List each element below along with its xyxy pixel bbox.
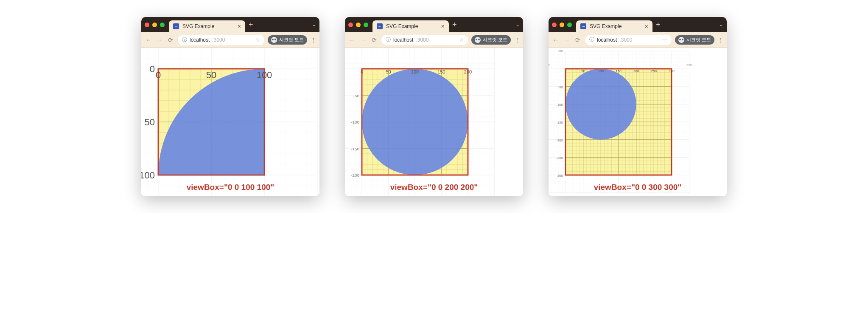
svg-viewbox-demo-1: -50050100150200-50-50-100-150-200 xyxy=(345,48,523,196)
minimize-window-icon[interactable] xyxy=(356,23,361,27)
forward-button[interactable]: → xyxy=(563,36,571,43)
svg-text:-100: -100 xyxy=(556,103,563,107)
incognito-badge[interactable]: 시크릿 모드 xyxy=(471,35,511,45)
svg-text:200: 200 xyxy=(633,69,639,73)
page-content: -50050100150200-50-50-100-150-200 viewBo… xyxy=(345,48,523,196)
svg-text:150: 150 xyxy=(437,69,445,74)
svg-point-228 xyxy=(362,69,468,175)
tab-title: SVG Example xyxy=(386,23,438,29)
viewbox-caption: viewBox="0 0 100 100" xyxy=(141,183,319,192)
url-port: :3000 xyxy=(416,37,428,43)
tabs-dropdown-icon[interactable]: ⌄ xyxy=(312,22,316,28)
svg-text:150: 150 xyxy=(616,69,622,73)
incognito-label: 시크릿 모드 xyxy=(279,37,304,43)
svg-text:-150: -150 xyxy=(351,147,359,151)
url-host: localhost xyxy=(597,37,617,43)
svg-viewbox-demo-0: 050100050100 xyxy=(141,48,319,196)
back-button[interactable]: ← xyxy=(145,36,152,43)
favicon-icon: ∞ xyxy=(377,23,383,29)
site-info-icon[interactable]: ⓘ xyxy=(182,36,187,43)
viewbox-caption: viewBox="0 0 200 200" xyxy=(345,183,523,192)
url-host: localhost xyxy=(393,37,413,43)
url-input[interactable]: ⓘ localhost:3000 ☆ xyxy=(381,35,468,45)
tab-title: SVG Example xyxy=(182,23,234,29)
tabs-dropdown-icon[interactable]: ⌄ xyxy=(515,22,520,28)
menu-button[interactable]: ⋮ xyxy=(718,37,723,43)
forward-button[interactable]: → xyxy=(359,36,367,43)
traffic-lights xyxy=(552,23,572,27)
bookmark-icon[interactable]: ☆ xyxy=(255,37,260,43)
url-host: localhost xyxy=(190,37,210,43)
minimize-window-icon[interactable] xyxy=(560,23,564,27)
svg-text:-150: -150 xyxy=(556,121,563,124)
favicon-icon: ∞ xyxy=(580,23,586,29)
new-tab-button[interactable]: + xyxy=(656,21,661,28)
site-info-icon[interactable]: ⓘ xyxy=(386,36,391,43)
svg-text:50: 50 xyxy=(581,69,585,73)
maximize-window-icon[interactable] xyxy=(567,23,572,27)
svg-rect-55 xyxy=(264,69,319,175)
browser-tab[interactable]: ∞ SVG Example × xyxy=(169,20,245,32)
svg-text:50: 50 xyxy=(145,117,155,127)
svg-rect-344 xyxy=(672,69,727,175)
site-info-icon[interactable]: ⓘ xyxy=(589,36,594,43)
incognito-label: 시크릿 모드 xyxy=(483,37,507,43)
tab-bar: ∞ SVG Example × + ⌄ xyxy=(345,17,523,32)
svg-text:-50: -50 xyxy=(558,85,563,89)
svg-text:250: 250 xyxy=(651,69,657,73)
svg-text:-50: -50 xyxy=(353,93,360,98)
close-window-icon[interactable] xyxy=(145,23,149,27)
bookmark-icon[interactable]: ☆ xyxy=(459,37,464,43)
browser-window-2: ∞ SVG Example × + ⌄ ← → ⟳ ⓘ localhost:30… xyxy=(345,17,523,196)
svg-text:100: 100 xyxy=(598,69,604,73)
minimize-window-icon[interactable] xyxy=(152,23,157,27)
incognito-icon xyxy=(475,37,481,43)
traffic-lights xyxy=(348,23,368,27)
new-tab-button[interactable]: + xyxy=(249,21,253,28)
forward-button[interactable]: → xyxy=(156,36,163,43)
maximize-window-icon[interactable] xyxy=(364,23,368,27)
browser-window-3: ∞ SVG Example × + ⌄ ← → ⟳ ⓘ localhost:30… xyxy=(549,17,727,196)
incognito-badge[interactable]: 시크릿 모드 xyxy=(675,35,714,45)
address-bar: ← → ⟳ ⓘ localhost:3000 ☆ 시크릿 모드 ⋮ xyxy=(345,32,523,48)
new-tab-button[interactable]: + xyxy=(452,21,457,28)
svg-text:50: 50 xyxy=(386,69,391,74)
page-content: -100-50050100150200250300350-100-50-50-1… xyxy=(549,48,727,196)
close-window-icon[interactable] xyxy=(348,23,353,27)
svg-rect-173 xyxy=(468,69,523,175)
svg-text:100: 100 xyxy=(411,69,419,74)
reload-button[interactable]: ⟳ xyxy=(370,37,378,43)
tab-bar: ∞ SVG Example × + ⌄ xyxy=(549,17,727,32)
svg-text:-100: -100 xyxy=(351,120,359,124)
svg-rect-341 xyxy=(549,48,727,69)
svg-text:-300: -300 xyxy=(556,174,563,178)
url-input[interactable]: ⓘ localhost:3000 ☆ xyxy=(585,35,672,45)
reload-button[interactable]: ⟳ xyxy=(167,37,174,43)
browser-tab[interactable]: ∞ SVG Example × xyxy=(576,20,652,32)
svg-point-423 xyxy=(566,69,636,140)
close-window-icon[interactable] xyxy=(552,23,557,27)
svg-text:50: 50 xyxy=(206,70,216,80)
svg-text:350: 350 xyxy=(686,63,692,67)
svg-text:100: 100 xyxy=(141,170,155,181)
incognito-icon xyxy=(678,37,684,43)
close-tab-icon[interactable]: × xyxy=(238,23,241,30)
browser-tab[interactable]: ∞ SVG Example × xyxy=(372,20,449,32)
reload-button[interactable]: ⟳ xyxy=(574,37,582,43)
viewbox-caption: viewBox="0 0 300 300" xyxy=(549,183,727,192)
close-tab-icon[interactable]: × xyxy=(645,23,648,30)
menu-button[interactable]: ⋮ xyxy=(311,37,316,43)
bookmark-icon[interactable]: ☆ xyxy=(663,37,667,43)
svg-text:-50: -50 xyxy=(558,49,563,53)
back-button[interactable]: ← xyxy=(552,36,560,43)
svg-rect-52 xyxy=(141,48,319,69)
favicon-icon: ∞ xyxy=(173,23,179,29)
url-input[interactable]: ⓘ localhost:3000 ☆ xyxy=(178,35,264,45)
close-tab-icon[interactable]: × xyxy=(441,23,445,30)
menu-button[interactable]: ⋮ xyxy=(514,37,520,43)
incognito-badge[interactable]: 시크릿 모드 xyxy=(268,35,307,45)
back-button[interactable]: ← xyxy=(348,36,356,43)
svg-text:-200: -200 xyxy=(556,138,563,142)
tabs-dropdown-icon[interactable]: ⌄ xyxy=(719,22,723,28)
maximize-window-icon[interactable] xyxy=(160,23,165,27)
